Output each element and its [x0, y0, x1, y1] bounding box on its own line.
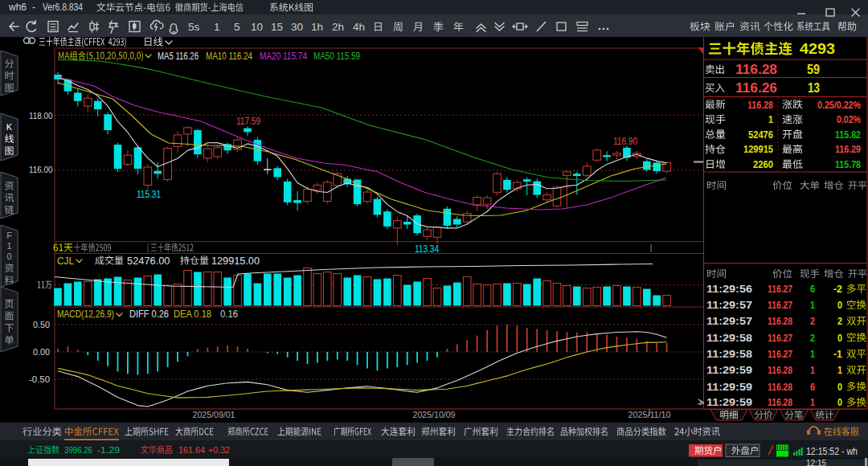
svg-text:0.02%: 0.02% — [837, 114, 861, 125]
svg-text:11:29:58: 11:29:58 — [706, 333, 752, 344]
svg-text:-: - — [32, 2, 35, 13]
svg-text:2: 2 — [837, 316, 842, 327]
svg-text:0: 0 — [837, 300, 842, 311]
svg-text:11:29:58: 11:29:58 — [706, 349, 752, 360]
svg-text:2: 2 — [810, 316, 815, 327]
svg-text:115.78: 115.78 — [835, 159, 861, 170]
svg-text:116.90: 116.90 — [613, 136, 637, 147]
svg-text:118.00: 118.00 — [29, 111, 53, 121]
svg-text:129915.00: 129915.00 — [211, 255, 260, 267]
svg-text:2025/09/01: 2025/09/01 — [193, 410, 235, 419]
svg-text:116.26: 116.26 — [735, 80, 777, 96]
svg-text:161.64: 161.64 — [178, 445, 206, 455]
svg-text:2h: 2h — [332, 21, 344, 33]
svg-text:3996.26: 3996.26 — [64, 445, 92, 455]
svg-text:MA20 115.74: MA20 115.74 — [260, 51, 307, 62]
svg-text:-1.29: -1.29 — [97, 445, 120, 455]
svg-text:0.50: 0.50 — [33, 320, 50, 329]
svg-text:116.29: 116.29 — [835, 144, 861, 155]
svg-text:113.34: 113.34 — [415, 243, 439, 255]
svg-text:1: 1 — [214, 21, 220, 33]
svg-text:10: 10 — [251, 21, 263, 33]
svg-text:Ver6.8.834: Ver6.8.834 — [43, 2, 83, 13]
svg-text:4h: 4h — [353, 21, 365, 33]
svg-text:12:15:52 - wh: 12:15:52 - wh — [806, 446, 858, 457]
svg-text:2260: 2260 — [753, 159, 773, 170]
svg-text:117.59: 117.59 — [236, 116, 260, 127]
svg-text:11:29:56: 11:29:56 — [706, 284, 752, 295]
svg-text:DIFF 0.26: DIFF 0.26 — [129, 309, 169, 320]
svg-text:1: 1 — [6, 241, 11, 251]
svg-text:0.25/0.22%: 0.25/0.22% — [817, 100, 861, 111]
svg-text:0: 0 — [837, 382, 842, 393]
svg-text:5: 5 — [234, 21, 240, 33]
svg-text:52476: 52476 — [748, 129, 773, 141]
svg-text:129915: 129915 — [743, 144, 773, 155]
svg-text:11:29:59: 11:29:59 — [706, 397, 752, 408]
svg-text:115.31: 115.31 — [137, 189, 161, 200]
svg-text:11:29:57: 11:29:57 — [706, 316, 752, 327]
svg-text:4293: 4293 — [800, 41, 835, 57]
svg-text:30: 30 — [291, 21, 303, 33]
svg-text:5s: 5s — [188, 21, 200, 33]
svg-text:6: 6 — [810, 284, 815, 295]
svg-text:-0.50: -0.50 — [29, 374, 50, 384]
svg-text:6: 6 — [810, 382, 815, 393]
svg-text:MA10 116.24: MA10 116.24 — [206, 51, 252, 62]
svg-text:CJL: CJL — [57, 255, 74, 267]
svg-text:116.27: 116.27 — [768, 349, 792, 360]
svg-text:116.28: 116.28 — [747, 100, 773, 111]
svg-text:2025/10/09: 2025/10/09 — [413, 410, 456, 419]
svg-text:52476.00: 52476.00 — [127, 255, 170, 267]
svg-text:11:29:59: 11:29:59 — [706, 382, 752, 393]
svg-text:116.28: 116.28 — [768, 397, 792, 408]
svg-text:11:29:57: 11:29:57 — [706, 300, 752, 311]
svg-text:0: 0 — [837, 333, 842, 344]
svg-text:12:15: 12:15 — [806, 459, 826, 466]
svg-text:MA50 115.59: MA50 115.59 — [313, 51, 360, 62]
svg-text:1: 1 — [810, 365, 815, 376]
svg-text:115.82: 115.82 — [835, 129, 861, 141]
svg-text:116.28: 116.28 — [735, 62, 777, 77]
svg-text:>: > — [699, 398, 704, 407]
svg-text:59: 59 — [807, 62, 820, 77]
svg-text:116.28: 116.28 — [768, 365, 792, 376]
svg-text:0: 0 — [837, 397, 842, 408]
svg-text:1: 1 — [768, 114, 773, 125]
svg-text:116.27: 116.27 — [768, 333, 792, 344]
svg-text:0.16: 0.16 — [220, 309, 238, 320]
svg-text:11:29:59: 11:29:59 — [706, 365, 752, 376]
svg-text:0.00: 0.00 — [33, 347, 50, 357]
svg-text:116.00: 116.00 — [29, 165, 53, 174]
svg-text:15: 15 — [271, 21, 283, 33]
svg-text:MA5 116.26: MA5 116.26 — [158, 51, 199, 62]
svg-text:1: 1 — [837, 365, 842, 376]
svg-text:-1: -1 — [833, 349, 842, 360]
svg-text:DEA 0.18: DEA 0.18 — [174, 309, 211, 320]
svg-text:1h: 1h — [311, 21, 323, 33]
svg-text:116.28: 116.28 — [768, 316, 792, 327]
svg-text:1: 1 — [810, 300, 815, 311]
svg-text:+0.32: +0.32 — [208, 445, 230, 455]
svg-text:K: K — [6, 122, 13, 132]
svg-text:-2: -2 — [833, 284, 842, 295]
svg-text:MACD(12,26,9): MACD(12,26,9) — [57, 309, 114, 320]
svg-text:F: F — [6, 231, 12, 240]
svg-text:1: 1 — [810, 397, 815, 408]
svg-text:1: 1 — [810, 349, 815, 360]
svg-text:116.27: 116.27 — [768, 300, 792, 311]
svg-text:13: 13 — [808, 80, 820, 96]
svg-text:2: 2 — [810, 333, 815, 344]
svg-text:wh6: wh6 — [8, 2, 27, 13]
svg-text:0: 0 — [6, 251, 11, 261]
svg-text:116.28: 116.28 — [768, 382, 792, 393]
svg-text:116.27: 116.27 — [768, 284, 792, 295]
